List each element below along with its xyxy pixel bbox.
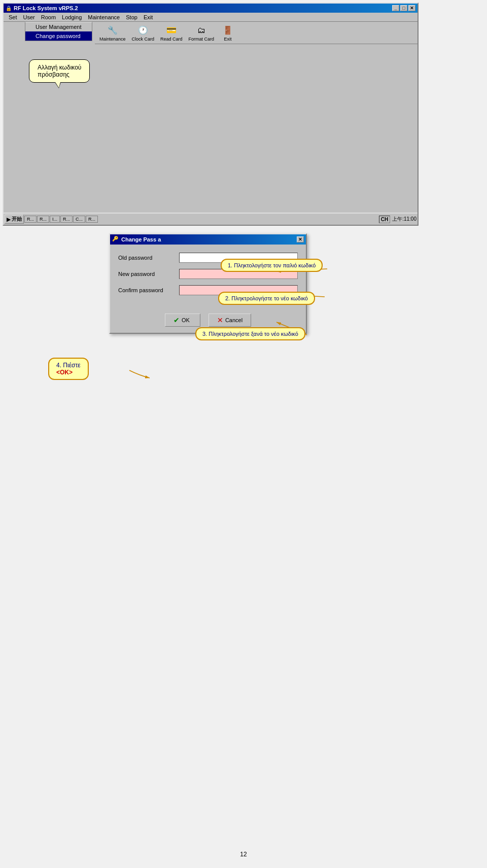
format-card-button[interactable]: 🗂 Format Card bbox=[186, 23, 217, 43]
menu-bar: Set User Room Lodging Maintenance Stop E… bbox=[4, 13, 418, 22]
step2-annotation: 2. Πληκτρολογήστε το νέο κωδικό bbox=[218, 292, 315, 305]
user-submenu: User Management Change password bbox=[25, 22, 92, 41]
dialog-title-bar: 🔑 Change Pass a ✕ bbox=[110, 234, 306, 245]
step3-text: 3. Πληκτρολογήστε ξανά το νέο κωδικό bbox=[202, 331, 298, 337]
ok-button[interactable]: ✔ OK bbox=[165, 314, 200, 327]
taskbar-item-6[interactable]: R... bbox=[86, 216, 98, 223]
new-password-label: New password bbox=[118, 271, 179, 277]
start-button[interactable]: ▶ 开始 bbox=[5, 215, 24, 224]
step1-annotation: 1. Πληκτολογήστε τον παλιό κωδικό bbox=[221, 259, 323, 272]
step2-text: 2. Πληκτρολογήστε το νέο κωδικό bbox=[225, 295, 308, 301]
confirm-password-label: Confirm password bbox=[118, 287, 179, 293]
read-card-button[interactable]: 💳 Read Card bbox=[158, 23, 185, 43]
clock-card-icon: 🕐 bbox=[137, 24, 149, 37]
menu-exit[interactable]: Exit bbox=[141, 14, 156, 21]
taskbar-item-1[interactable]: R... bbox=[24, 216, 37, 223]
dialog-window: 🔑 Change Pass a ✕ Old password New passw… bbox=[109, 233, 307, 334]
menu-room[interactable]: Room bbox=[38, 14, 59, 21]
tooltip-line1: Αλλαγή κωδικού bbox=[38, 64, 81, 71]
step3-annotation: 3. Πληκτρολογήστε ξανά το νέο κωδικό bbox=[195, 327, 305, 340]
exit-button[interactable]: 🚪 Exit bbox=[218, 23, 238, 43]
cancel-button[interactable]: ✕ Cancel bbox=[208, 314, 251, 327]
change-password-item[interactable]: Change password bbox=[25, 31, 92, 41]
app-title: RF Lock System vRPS.2 bbox=[14, 5, 78, 11]
dialog-area: 1. Πληκτολογήστε τον παλιό κωδικό 2. Πλη… bbox=[109, 233, 403, 334]
format-card-label: Format Card bbox=[189, 37, 215, 42]
title-bar: 🔒 RF Lock System vRPS.2 _ □ ✕ bbox=[4, 4, 418, 13]
taskbar-item-4[interactable]: R... bbox=[60, 216, 73, 223]
clock-card-label: Clock Card bbox=[132, 37, 155, 42]
start-label: ▶ bbox=[7, 217, 11, 222]
taskbar-item-3[interactable]: I... bbox=[50, 216, 60, 223]
step4-line2: <OK> bbox=[56, 369, 81, 376]
taskbar: ▶ 开始 R... R... I... R... C... R... CH 上午… bbox=[4, 213, 418, 225]
menu-set[interactable]: Set bbox=[6, 14, 20, 21]
cancel-icon: ✕ bbox=[217, 316, 223, 324]
taskbar-item-2[interactable]: R... bbox=[37, 216, 49, 223]
step4-line1: 4. Πιέστε bbox=[56, 362, 81, 369]
exit-label: Exit bbox=[224, 37, 232, 42]
menu-lodging[interactable]: Lodging bbox=[59, 14, 85, 21]
dialog-title-text: Change Pass a bbox=[121, 236, 161, 242]
maintenance-icon: 🔧 bbox=[107, 24, 119, 37]
toolbar: 🔧 Maintenance 🕐 Clock Card 💳 Read Card 🗂… bbox=[95, 22, 418, 44]
page-number: 12 bbox=[240, 851, 247, 858]
read-card-icon: 💳 bbox=[165, 24, 178, 37]
taskbar-clock: 上午:11:00 bbox=[392, 216, 416, 223]
close-button[interactable]: ✕ bbox=[408, 5, 415, 11]
exit-icon: 🚪 bbox=[222, 24, 234, 37]
maintenance-label: Maintenance bbox=[99, 37, 126, 42]
dialog-close-button[interactable]: ✕ bbox=[297, 236, 304, 242]
minimize-button[interactable]: _ bbox=[392, 5, 399, 11]
title-bar-buttons: _ □ ✕ bbox=[392, 5, 415, 11]
app-window: 🔒 RF Lock System vRPS.2 _ □ ✕ Set User R… bbox=[3, 3, 419, 226]
menu-maintenance[interactable]: Maintenance bbox=[85, 14, 123, 21]
menu-stop[interactable]: Stop bbox=[123, 14, 141, 21]
maximize-button[interactable]: □ bbox=[400, 5, 407, 11]
dialog-title-icon: 🔑 bbox=[112, 236, 119, 243]
taskbar-item-5[interactable]: C... bbox=[73, 216, 85, 223]
maintenance-button[interactable]: 🔧 Maintenance bbox=[97, 23, 128, 43]
step4-annotation: 4. Πιέστε <OK> bbox=[48, 358, 89, 380]
user-management-item[interactable]: User Management bbox=[25, 22, 92, 31]
menu-user[interactable]: User bbox=[20, 14, 38, 21]
step1-text: 1. Πληκτολογήστε τον παλιό κωδικό bbox=[228, 262, 316, 268]
old-password-label: Old password bbox=[118, 255, 179, 261]
ok-icon: ✔ bbox=[173, 316, 180, 324]
read-card-label: Read Card bbox=[160, 37, 183, 42]
tooltip-line2: πρόσβασης bbox=[38, 71, 81, 78]
app-icon: 🔒 bbox=[6, 6, 12, 11]
clock-card-button[interactable]: 🕐 Clock Card bbox=[129, 23, 157, 43]
start-text: 开始 bbox=[12, 216, 22, 223]
ch-indicator: CH bbox=[379, 216, 390, 223]
cancel-label: Cancel bbox=[225, 317, 242, 323]
ok-label: OK bbox=[182, 317, 190, 323]
tooltip-bubble: Αλλαγή κωδικού πρόσβασης bbox=[29, 59, 90, 83]
format-card-icon: 🗂 bbox=[195, 24, 207, 37]
main-content: Αλλαγή κωδικού πρόσβασης bbox=[4, 44, 418, 204]
